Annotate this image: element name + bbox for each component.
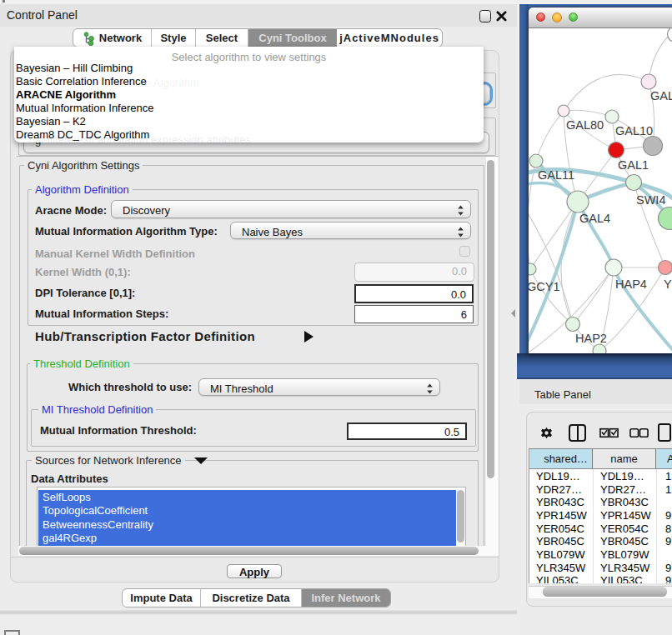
svg-text:GCY1: GCY1 xyxy=(529,280,560,293)
svg-text:Y: Y xyxy=(664,278,672,291)
svg-text:HAP2: HAP2 xyxy=(575,332,607,345)
svg-text:GAL7: GAL7 xyxy=(650,89,672,102)
svg-text:GAL1: GAL1 xyxy=(618,158,649,172)
svg-text:GAL10: GAL10 xyxy=(615,124,653,138)
svg-text:GAL11: GAL11 xyxy=(538,168,574,182)
svg-text:HAP4: HAP4 xyxy=(615,278,647,291)
svg-text:GAL80: GAL80 xyxy=(566,118,604,132)
svg-text:GAL4: GAL4 xyxy=(579,212,610,225)
svg-text:SWI4: SWI4 xyxy=(636,193,665,207)
